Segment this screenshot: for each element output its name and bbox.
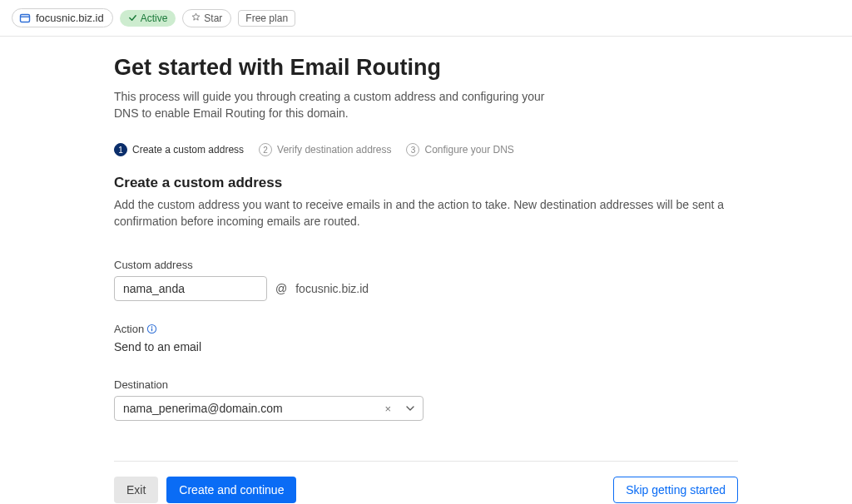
clear-icon[interactable]: × xyxy=(381,402,394,414)
step-label: Configure your DNS xyxy=(424,144,513,156)
step-number: 3 xyxy=(406,143,419,156)
website-icon xyxy=(19,12,31,24)
skip-button[interactable]: Skip getting started xyxy=(613,477,738,503)
svg-rect-4 xyxy=(151,328,152,331)
step-configure-dns: 3 Configure your DNS xyxy=(406,143,513,156)
page-title: Get started with Email Routing xyxy=(114,55,738,81)
step-create-address: 1 Create a custom address xyxy=(114,143,244,156)
step-verify-destination: 2 Verify destination address xyxy=(259,143,391,156)
exit-button[interactable]: Exit xyxy=(114,477,158,503)
custom-address-field: Custom address @ focusnic.biz.id xyxy=(114,259,738,301)
plan-badge: Free plan xyxy=(238,10,295,27)
plan-label: Free plan xyxy=(245,12,288,24)
step-label: Verify destination address xyxy=(277,144,391,156)
divider xyxy=(114,461,738,462)
star-icon xyxy=(191,12,201,24)
page-subtitle: This process will guide you through crea… xyxy=(114,89,547,121)
custom-address-input[interactable] xyxy=(114,276,267,301)
domain-badge[interactable]: focusnic.biz.id xyxy=(12,8,113,27)
chevron-down-icon[interactable] xyxy=(406,404,414,413)
footer-actions: Exit Create and continue Skip getting st… xyxy=(114,477,738,503)
check-icon xyxy=(128,13,137,22)
top-bar: focusnic.biz.id Active Star Free plan xyxy=(0,0,852,37)
step-label: Create a custom address xyxy=(132,144,244,156)
at-symbol: @ xyxy=(275,282,287,295)
destination-label: Destination xyxy=(114,378,738,391)
custom-address-domain: focusnic.biz.id xyxy=(295,282,369,295)
step-number: 2 xyxy=(259,143,272,156)
step-number: 1 xyxy=(114,143,127,156)
action-label: Action xyxy=(114,323,144,335)
action-field: Action Send to an email xyxy=(114,323,738,353)
domain-name: focusnic.biz.id xyxy=(36,12,104,24)
section-title: Create a custom address xyxy=(114,175,738,191)
destination-select[interactable]: nama_penerima@domain.com × xyxy=(114,396,424,421)
main-content: Get started with Email Routing This proc… xyxy=(114,37,738,503)
info-icon[interactable] xyxy=(146,324,157,334)
star-button[interactable]: Star xyxy=(182,9,231,27)
svg-point-3 xyxy=(151,326,153,328)
destination-value: nama_penerima@domain.com xyxy=(123,402,283,415)
status-badge: Active xyxy=(120,10,176,27)
custom-address-label: Custom address xyxy=(114,259,738,271)
create-continue-button[interactable]: Create and continue xyxy=(166,477,296,503)
section-subtitle: Add the custom address you want to recei… xyxy=(114,196,738,230)
destination-field: Destination nama_penerima@domain.com × xyxy=(114,378,738,421)
action-value: Send to an email xyxy=(114,340,738,353)
star-label: Star xyxy=(204,12,222,24)
stepper: 1 Create a custom address 2 Verify desti… xyxy=(114,143,738,156)
svg-rect-0 xyxy=(21,14,30,22)
status-label: Active xyxy=(141,12,168,24)
